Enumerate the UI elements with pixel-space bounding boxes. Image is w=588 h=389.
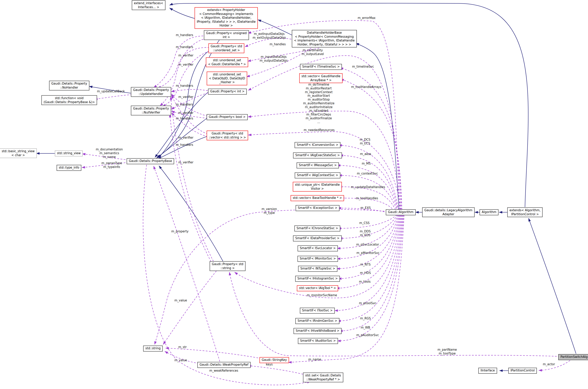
- node-nullverifier[interactable]: Gaudi::Details::Property ::NullVerifier: [131, 106, 171, 116]
- edge-label-m-handlers: m_handlers: [176, 117, 193, 121]
- edge-label-m-toolhandlearrays: m_toolHandleArrays: [351, 85, 381, 89]
- edge-label-m-handlers: m_handlers: [176, 103, 193, 106]
- node-unique-ptr-idatahandlevisitor[interactable]: std::unique_ptr< IDataHandle Visitor >: [293, 182, 342, 192]
- edge-label-m-tools: m_tools: [359, 280, 371, 284]
- usage-edge: [154, 36, 206, 88]
- usage-edge: [340, 215, 403, 331]
- node-unordered-set-datahandle[interactable]: std::unordered_set < Gaudi::DataHandle *…: [206, 58, 248, 67]
- edge-label-m-dataobjs: m_inputDataObjs m_outputDataObjs: [260, 55, 288, 63]
- edge-label-m-handles: m_handles: [270, 42, 286, 46]
- node-smartif-itimelinesvc[interactable]: SmartIF< ITimelineSvc >: [300, 64, 342, 70]
- edge-label-m-value: m_value: [174, 299, 187, 302]
- node-nohandler[interactable]: Gaudi::Details::Property ::NoHandler: [49, 81, 89, 91]
- node-vector-gaudihandlearraybase[interactable]: std::vector< GaudiHandle ArrayBase * >: [299, 73, 342, 83]
- edge-label-m-verifier: m_verifier: [178, 54, 193, 58]
- edge-label-m-timelinesvc: m_timelineSvc: [352, 65, 374, 69]
- edge-label-m-exs: m_EXS: [360, 206, 371, 210]
- edge-label-m-weakreferences: m_weakReferences: [209, 369, 238, 373]
- node-string-view[interactable]: std::string_view: [55, 150, 83, 156]
- usage-edge: [229, 272, 560, 357]
- edge-label-m-verifier: m_verifier: [178, 63, 193, 67]
- edge-label-bool-properties: m_doTimeline m_auditorRestart m_register…: [303, 83, 334, 124]
- node-std-function[interactable]: std::function< void (Gaudi::Details::Pro…: [41, 95, 97, 105]
- edge-label-m-monitorsvcname: m_monitorSvcName: [307, 293, 337, 297]
- node-prop-int[interactable]: Gaudi::Property< int >: [208, 89, 247, 95]
- edge-label-m-updatecallback: m_updateCallBack: [97, 90, 125, 93]
- edge-label-m-documentation: m_documentation m_semantics m_name: [96, 148, 123, 159]
- edge-label-m-rgs: m_RGS: [360, 317, 371, 320]
- node-prop-string[interactable]: Gaudi::Property< std ::string >: [210, 261, 246, 271]
- node-ipartitioncontrol[interactable]: IPartitionControl: [508, 368, 537, 374]
- edge-label-m-dds-eds: m_DDS m_EDS: [360, 230, 371, 237]
- node-smartif-ialgcontextsvc[interactable]: SmartIF< IAlgContextSvc >: [295, 172, 340, 178]
- edge-label-m-verifier: m_verifier: [178, 136, 193, 140]
- edge-label-m-value: m_value: [174, 358, 187, 362]
- node-smartif-idataprovidersvc[interactable]: SmartIF< IDataProviderSvc >: [293, 235, 342, 241]
- edge-label-m-contextsvc: m_contextSvc: [357, 172, 378, 176]
- node-gaudi-algorithm[interactable]: Gaudi::Algorithm: [386, 209, 416, 215]
- edge-label-m-handlers: m_handlers: [176, 84, 193, 88]
- edge-label-m-wb: m_WB: [361, 326, 370, 329]
- node-prop-vector-string[interactable]: Gaudi::Property< std ::vector< std::stri…: [207, 131, 248, 140]
- node-std-set-weakpropertyref[interactable]: std::set< Gaudi::Details ::WeakPropertyR…: [303, 373, 343, 382]
- node-algorithm[interactable]: Algorithm: [479, 209, 498, 215]
- edge-label-m-name: m_name: [308, 358, 321, 361]
- node-smartif-imessagesvc[interactable]: SmartIF< IMessageSvc >: [297, 162, 339, 168]
- node-smartif-irndmgensvc[interactable]: SmartIF< IRndmGenSvc >: [295, 318, 340, 324]
- node-prop-unordered-set[interactable]: Gaudi::Property< std ::unordered_set >: [208, 43, 244, 53]
- usage-edge: [248, 366, 306, 375]
- node-vector-ialgtool[interactable]: std::vector< IAlgTool * >: [297, 285, 338, 291]
- node-vector-basetoolhandle[interactable]: std::vector< BaseToolHandle * >: [291, 195, 344, 201]
- node-smartif-iconversionsvc[interactable]: SmartIF< IConversionSvc >: [295, 142, 340, 148]
- node-type-info[interactable]: std::type_info: [57, 165, 81, 171]
- node-smartif-ihistogramsvc[interactable]: SmartIF< IHistogramSvc >: [295, 276, 340, 282]
- edge-label-m-ptoolsvc: m_ptoolSvc: [359, 301, 376, 305]
- node-legacy-algorithm-adapter[interactable]: Gaudi::details::LegacyAlgorithm Adapter: [422, 207, 475, 217]
- edge-label-m-verifier: m_verifier: [178, 161, 193, 164]
- edge-label-m-aess: m_aess: [360, 152, 371, 156]
- edge-label-m-handlers: m_handlers: [176, 143, 193, 147]
- node-smartif-ialgexecstatesvc[interactable]: SmartIF< IAlgExecStateSvc >: [293, 152, 342, 158]
- node-smartif-iexceptionsvc[interactable]: SmartIF< IExceptionSvc >: [296, 205, 340, 211]
- edge-label-m-nts: m_NTS: [360, 263, 371, 266]
- node-extend-interfaces[interactable]: extend_interfaces< Interfaces... >: [132, 0, 166, 10]
- edge-label-m-pauditorsvc: m_pAuditorSvc: [356, 333, 379, 337]
- edge-label-m-actor: m_actor: [543, 362, 555, 366]
- edge-label-m-cardinality: m_cardinality m_outputLevel: [302, 48, 324, 56]
- node-extends-algorithm-ipartitioncontrol[interactable]: extends< Algorithm, IPartitionControl >: [507, 207, 543, 217]
- edge-label-m-hds: m_HDS: [360, 271, 371, 275]
- edge-label-m-property: m_property: [171, 230, 188, 233]
- edge-label-m-updatedatahandles: m_updateDataHandles: [351, 185, 385, 189]
- usage-edge: [163, 271, 217, 345]
- edge-label-m-str: m_str: [178, 345, 187, 349]
- edge-label-m-toolhandles: m_toolHandles: [356, 196, 378, 200]
- node-weakpropertyref[interactable]: Gaudi::Details::WeakPropertyRef: [197, 362, 250, 368]
- edge-label-m-errormax: m_errorMax: [358, 16, 375, 20]
- node-smartif-isvclocator[interactable]: SmartIF< ISvcLocator >: [298, 245, 338, 251]
- edge-label-m-version-type: m_version m_type: [261, 207, 277, 215]
- node-updatehandler[interactable]: Gaudi::Details::Property ::UpdateHandler: [131, 87, 171, 97]
- node-propertybase[interactable]: Gaudi::Details::PropertyBase: [127, 158, 174, 164]
- node-iinterface[interactable]: IInterface: [478, 368, 497, 374]
- usage-edge: [143, 165, 310, 385]
- node-smartif-itoolsvc[interactable]: SmartIF< IToolSvc >: [300, 308, 335, 314]
- node-smartif-ihivewhiteboard[interactable]: SmartIF< IHiveWhiteBoard >: [294, 328, 342, 334]
- inheritance-edge: [170, 8, 196, 19]
- node-prop-unsigned-int[interactable]: Gaudi::Property< unsigned int >: [204, 30, 249, 40]
- edge-label-m-ms: m_MS: [362, 162, 371, 165]
- node-unordered-set-dataobjid[interactable]: std::unordered_set < DataObjID, DataObjI…: [207, 72, 247, 85]
- node-smartif-iauditorsvc[interactable]: SmartIF< IAuditorSvc >: [298, 338, 338, 344]
- node-prop-bool[interactable]: Gaudi::Property< bool >: [207, 114, 248, 120]
- edge-label-m-css: m_CSS: [359, 221, 370, 225]
- edge-label-m-partname-tooltype: m_partName m_toolType: [437, 348, 457, 356]
- node-datahandleholderbase[interactable]: DataHandleHolderBase < PropertyHolder< C…: [292, 30, 357, 47]
- node-partitionswitchalg: PartitionSwitchAlg: [558, 354, 588, 360]
- node-basic-string-view[interactable]: std::basic_string_view < char >: [0, 148, 37, 158]
- node-smartif-intuplesvc[interactable]: SmartIF< INTupleSvc >: [298, 266, 338, 272]
- node-stringkey[interactable]: Gaudi::StringKey: [259, 357, 289, 363]
- node-std-string[interactable]: std::string: [143, 346, 163, 352]
- node-smartif-ichronostatsvc[interactable]: SmartIF< IChronoStatSvc >: [294, 226, 340, 231]
- node-extends-propertyholder[interactable]: extends< PropertyHolder < CommonMessagin…: [194, 7, 258, 29]
- edge-label-m-dcs-ecs: m_DCS m_ECS: [360, 138, 371, 145]
- node-smartif-imonitorsvc[interactable]: SmartIF< IMonitorSvc >: [297, 256, 338, 262]
